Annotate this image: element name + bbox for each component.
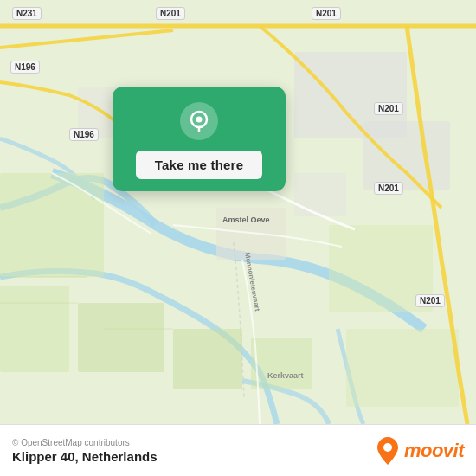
road-label-kerkvaart: Kerkvaart: [264, 370, 307, 381]
road-label-n196-left: N196: [10, 61, 40, 74]
road-label-amstel: Amstel Oeve: [219, 215, 273, 225]
map-svg: [0, 0, 476, 424]
copyright-text: © OpenStreetMap contributors: [12, 438, 158, 447]
svg-rect-1: [0, 173, 104, 277]
footer-bar: © OpenStreetMap contributors Klipper 40,…: [0, 424, 476, 476]
take-me-there-button[interactable]: Take me there: [136, 151, 262, 179]
road-label-n201-right-bot: N201: [415, 294, 445, 307]
popup-card: Take me there: [113, 87, 286, 191]
location-label: Klipper 40, Netherlands: [12, 449, 158, 464]
moovit-brand-text: moovit: [404, 440, 464, 462]
svg-rect-9: [363, 121, 450, 190]
location-pin-circle: [180, 102, 218, 140]
svg-rect-11: [294, 173, 346, 216]
svg-rect-3: [78, 303, 164, 372]
map-container: N231 N201 N201 N196 N196 N201 N201 N201 …: [0, 0, 476, 424]
road-label-n201-top: N201: [156, 7, 185, 20]
location-pin-icon: [188, 110, 210, 132]
road-label-n196-mid: N196: [69, 128, 99, 141]
road-label-n201-right-top: N201: [374, 102, 403, 115]
footer-left: © OpenStreetMap contributors Klipper 40,…: [12, 438, 158, 464]
svg-point-18: [196, 117, 203, 123]
svg-rect-5: [251, 338, 312, 389]
road-label-n231: N231: [12, 7, 42, 20]
svg-point-19: [383, 443, 392, 452]
svg-rect-2: [0, 286, 69, 372]
road-label-n201-top-right: N201: [312, 7, 341, 20]
svg-rect-4: [173, 329, 242, 389]
moovit-pin-icon: [376, 436, 400, 466]
moovit-logo: moovit: [376, 436, 464, 466]
road-label-n201-right-mid: N201: [374, 182, 403, 195]
svg-rect-7: [346, 329, 459, 407]
